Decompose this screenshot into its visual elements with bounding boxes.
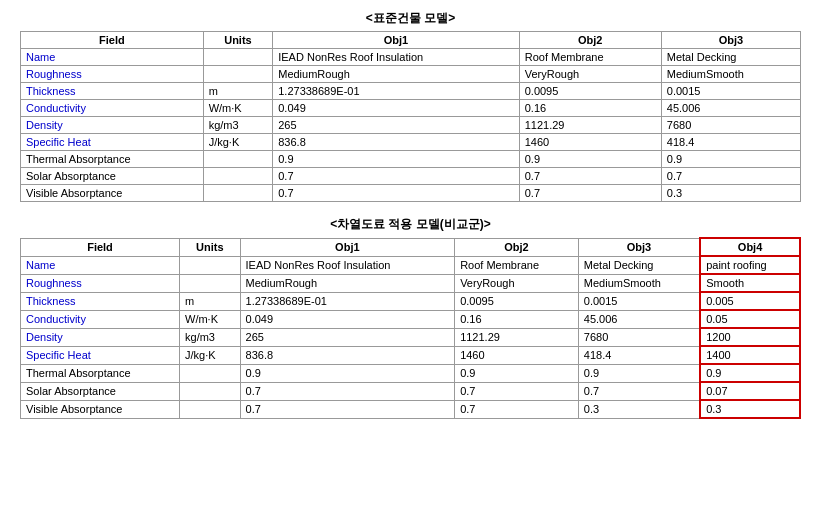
col2-header-units: Units (180, 238, 241, 256)
table-cell: Roughness (21, 66, 204, 83)
table-cell: 1.27338689E-01 (240, 292, 455, 310)
table-cell: 0.7 (455, 382, 579, 400)
table-cell: Density (21, 328, 180, 346)
table1-wrapper: <표준건물 모델> Field Units Obj1 Obj2 Obj3 Nam… (20, 10, 801, 202)
table-cell: Thermal Absorptance (21, 364, 180, 382)
table-cell: 0.0015 (661, 83, 800, 100)
table-cell: Visible Absorptance (21, 400, 180, 418)
table-cell: Roof Membrane (455, 256, 579, 274)
table-row: Densitykg/m32651121.2976801200 (21, 328, 801, 346)
table-cell: 0.7 (240, 400, 455, 418)
table-cell: 1.27338689E-01 (273, 83, 519, 100)
table2: Field Units Obj1 Obj2 Obj3 Obj4 NameIEAD… (20, 237, 801, 419)
table-cell: J/kg·K (180, 346, 241, 364)
col2-header-obj3: Obj3 (578, 238, 700, 256)
table-cell: 1460 (455, 346, 579, 364)
table-cell: 45.006 (578, 310, 700, 328)
table-cell: MediumRough (273, 66, 519, 83)
table-cell (180, 274, 241, 292)
table-row: Thicknessm1.27338689E-010.00950.00150.00… (21, 292, 801, 310)
table-cell: Metal Decking (578, 256, 700, 274)
table-cell: Conductivity (21, 310, 180, 328)
table-cell: kg/m3 (203, 117, 273, 134)
table-cell: 0.9 (661, 151, 800, 168)
table-cell: 0.7 (661, 168, 800, 185)
table-row: Thermal Absorptance0.90.90.9 (21, 151, 801, 168)
table-cell (180, 256, 241, 274)
col-header-field: Field (21, 32, 204, 49)
table-cell: 0.05 (700, 310, 800, 328)
table-cell: W/m·K (203, 100, 273, 117)
table-row: ConductivityW/m·K0.0490.1645.006 (21, 100, 801, 117)
table-cell (180, 364, 241, 382)
col2-header-obj1: Obj1 (240, 238, 455, 256)
table-cell: 0.9 (519, 151, 661, 168)
table-cell: 0.0015 (578, 292, 700, 310)
table-cell: 0.16 (519, 100, 661, 117)
table-cell: 0.049 (273, 100, 519, 117)
table-cell: Roof Membrane (519, 49, 661, 66)
table-row: Visible Absorptance0.70.70.3 (21, 185, 801, 202)
table-cell (203, 66, 273, 83)
col2-header-obj2: Obj2 (455, 238, 579, 256)
table-cell: MediumSmooth (578, 274, 700, 292)
table-cell: 0.16 (455, 310, 579, 328)
table-cell: 0.7 (455, 400, 579, 418)
table-cell: Conductivity (21, 100, 204, 117)
table-row: RoughnessMediumRoughVeryRoughMediumSmoot… (21, 274, 801, 292)
table-cell (203, 185, 273, 202)
table-cell: 265 (273, 117, 519, 134)
table-cell: VeryRough (519, 66, 661, 83)
table-cell: MediumRough (240, 274, 455, 292)
table-cell: MediumSmooth (661, 66, 800, 83)
table-row: Solar Absorptance0.70.70.70.07 (21, 382, 801, 400)
table-cell: 0.9 (240, 364, 455, 382)
table-row: RoughnessMediumRoughVeryRoughMediumSmoot… (21, 66, 801, 83)
table-cell: W/m·K (180, 310, 241, 328)
table-row: Visible Absorptance0.70.70.30.3 (21, 400, 801, 418)
table-cell: VeryRough (455, 274, 579, 292)
table-cell: Thickness (21, 292, 180, 310)
table-cell: Density (21, 117, 204, 134)
col-header-units: Units (203, 32, 273, 49)
table-cell: kg/m3 (180, 328, 241, 346)
col-header-obj2: Obj2 (519, 32, 661, 49)
table-cell (203, 151, 273, 168)
table-cell: Name (21, 49, 204, 66)
table-cell (203, 49, 273, 66)
table-cell: 836.8 (273, 134, 519, 151)
table-row: Specific HeatJ/kg·K836.81460418.41400 (21, 346, 801, 364)
table-cell: 1460 (519, 134, 661, 151)
table-cell (180, 382, 241, 400)
table2-title: <차열도료 적용 모델(비교군)> (20, 216, 801, 233)
col2-header-field: Field (21, 238, 180, 256)
table-cell: 265 (240, 328, 455, 346)
table-cell: 0.7 (240, 382, 455, 400)
table-cell: 0.7 (578, 382, 700, 400)
table-row: NameIEAD NonRes Roof InsulationRoof Memb… (21, 256, 801, 274)
table-row: Thermal Absorptance0.90.90.90.9 (21, 364, 801, 382)
table-cell: 1121.29 (519, 117, 661, 134)
table-row: Thicknessm1.27338689E-010.00950.0015 (21, 83, 801, 100)
table-cell: Solar Absorptance (21, 382, 180, 400)
table-cell: 0.9 (273, 151, 519, 168)
table-row: ConductivityW/m·K0.0490.1645.0060.05 (21, 310, 801, 328)
table-cell: 0.3 (700, 400, 800, 418)
table-cell: J/kg·K (203, 134, 273, 151)
table-cell: 0.7 (273, 168, 519, 185)
table2-wrapper: <차열도료 적용 모델(비교군)> Field Units Obj1 Obj2 … (20, 216, 801, 419)
table-row: Densitykg/m32651121.297680 (21, 117, 801, 134)
table1-title: <표준건물 모델> (20, 10, 801, 27)
table-cell: Smooth (700, 274, 800, 292)
table-cell: 7680 (578, 328, 700, 346)
table-cell (203, 168, 273, 185)
table-cell: 0.0095 (455, 292, 579, 310)
table-cell: IEAD NonRes Roof Insulation (240, 256, 455, 274)
table-cell: Solar Absorptance (21, 168, 204, 185)
table-cell: 0.7 (519, 185, 661, 202)
table-cell: Thickness (21, 83, 204, 100)
table-cell: Name (21, 256, 180, 274)
table-cell: Thermal Absorptance (21, 151, 204, 168)
table-cell: m (180, 292, 241, 310)
table-cell: Metal Decking (661, 49, 800, 66)
